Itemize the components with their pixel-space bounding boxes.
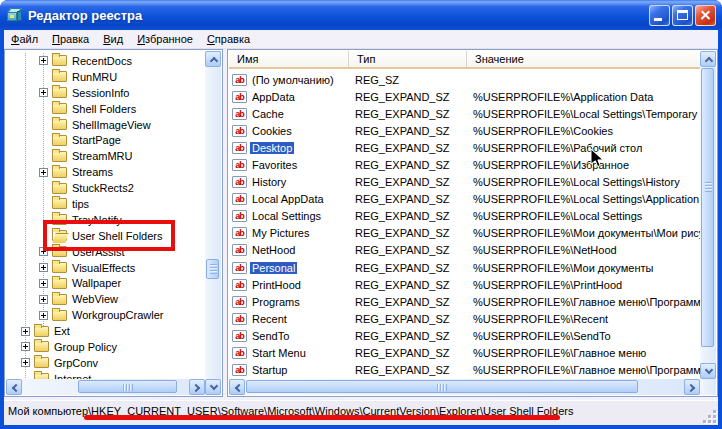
tree-item[interactable]: Ext	[6, 323, 205, 339]
value-name[interactable]: Startup	[250, 364, 289, 376]
table-row[interactable]: PrintHood REG_EXPAND_SZ %USERPROFILE%\Pr…	[229, 276, 700, 293]
expand-plus-icon[interactable]	[39, 311, 48, 320]
table-row[interactable]: Recent REG_EXPAND_SZ %USERPROFILE%\Recen…	[229, 310, 700, 327]
tree-item-label[interactable]: GrpConv	[54, 357, 98, 369]
list-vscroll-thumb[interactable]	[701, 68, 714, 347]
value-name[interactable]: NetHood	[250, 244, 297, 256]
scroll-right-button[interactable]	[189, 379, 205, 395]
list-horizontal-scrollbar[interactable]	[229, 379, 700, 395]
expand-plus-icon[interactable]	[21, 342, 30, 351]
tree-item[interactable]: VisualEffects	[6, 260, 205, 276]
table-row[interactable]: Start Menu REG_EXPAND_SZ %USERPROFILE%\Г…	[229, 345, 700, 362]
value-name[interactable]: SendTo	[250, 330, 291, 342]
tree-item[interactable]: RecentDocs	[6, 53, 205, 69]
tree-item[interactable]: Group Policy	[6, 339, 205, 355]
scroll-up-button[interactable]	[205, 51, 221, 67]
column-header-type[interactable]: Тип	[349, 51, 467, 67]
tree-item-label[interactable]: tips	[72, 198, 89, 210]
table-row[interactable]: Startup REG_EXPAND_SZ %USERPROFILE%\Глав…	[229, 362, 700, 379]
expand-plus-icon[interactable]	[39, 295, 48, 304]
tree-item[interactable]: tips	[6, 196, 205, 212]
title-bar[interactable]: Редактор реестра	[0, 0, 722, 30]
scroll-down-button[interactable]	[700, 363, 716, 379]
tree-item-label[interactable]: ShellImageView	[72, 119, 151, 131]
table-row[interactable]: Cookies REG_EXPAND_SZ %USERPROFILE%\Cook…	[229, 122, 700, 139]
value-name[interactable]: Programs	[250, 296, 302, 308]
value-name[interactable]: AppData	[250, 91, 297, 103]
tree-item-label[interactable]: WorkgroupCrawler	[72, 309, 164, 321]
tree-item[interactable]: Streams	[6, 164, 205, 180]
tree-item-label[interactable]: SessionInfo	[72, 87, 129, 99]
tree-item[interactable]: WebView	[6, 291, 205, 307]
table-row[interactable]: Cache REG_EXPAND_SZ %USERPROFILE%\Local …	[229, 105, 700, 122]
value-name[interactable]: My Pictures	[250, 227, 311, 239]
table-row[interactable]: Desktop REG_EXPAND_SZ %USERPROFILE%\Рабо…	[229, 139, 700, 156]
list-vertical-scrollbar[interactable]	[700, 51, 716, 379]
table-row[interactable]: My Pictures REG_EXPAND_SZ %USERPROFILE%\…	[229, 225, 700, 242]
expand-plus-icon[interactable]	[21, 358, 30, 367]
tree-item[interactable]: StreamMRU	[6, 148, 205, 164]
resize-grip[interactable]	[703, 410, 716, 423]
value-name[interactable]: Desktop	[250, 142, 294, 154]
tree-item-label[interactable]: Streams	[72, 166, 113, 178]
table-row[interactable]: Programs REG_EXPAND_SZ %USERPROFILE%\Гла…	[229, 293, 700, 310]
list-hscroll-thumb[interactable]	[246, 380, 638, 393]
tree-item-label[interactable]: StuckRects2	[72, 182, 134, 194]
value-name[interactable]: (По умолчанию)	[250, 74, 336, 86]
value-name[interactable]: Local Settings	[250, 210, 323, 222]
scroll-left-button[interactable]	[229, 379, 245, 395]
column-header-name[interactable]: Имя	[229, 51, 349, 67]
tree-item[interactable]: StuckRects2	[6, 180, 205, 196]
tree-item[interactable]: WorkgroupCrawler	[6, 307, 205, 323]
tree-item[interactable]: Internet	[6, 371, 205, 379]
scroll-up-button[interactable]	[700, 51, 716, 67]
table-row[interactable]: AppData REG_EXPAND_SZ %USERPROFILE%\Appl…	[229, 88, 700, 105]
expand-plus-icon[interactable]	[39, 88, 48, 97]
table-row[interactable]: Local AppData REG_EXPAND_SZ %USERPROFILE…	[229, 191, 700, 208]
tree-item-label[interactable]: RecentDocs	[72, 55, 132, 67]
menu-view[interactable]: Вид	[96, 33, 130, 45]
value-name[interactable]: Personal	[250, 262, 297, 274]
tree-item-label[interactable]: Group Policy	[54, 341, 117, 353]
value-name[interactable]: History	[250, 176, 288, 188]
value-name[interactable]: Start Menu	[250, 347, 308, 359]
menu-file[interactable]: Файл	[4, 33, 45, 45]
tree-item[interactable]: Wallpaper	[6, 275, 205, 291]
expand-plus-icon[interactable]	[21, 327, 30, 336]
value-name[interactable]: PrintHood	[250, 279, 303, 291]
expand-plus-icon[interactable]	[39, 56, 48, 65]
tree-item-label[interactable]: WebView	[72, 293, 118, 305]
tree-item[interactable]: ShellImageView	[6, 117, 205, 133]
scroll-down-button[interactable]	[205, 379, 221, 395]
table-row[interactable]: History REG_EXPAND_SZ %USERPROFILE%\Loca…	[229, 174, 700, 191]
tree-item[interactable]: SessionInfo	[6, 85, 205, 101]
value-name[interactable]: Cache	[250, 108, 286, 120]
tree-hscroll-thumb[interactable]	[78, 380, 177, 393]
tree-item-label[interactable]: VisualEffects	[72, 262, 135, 274]
tree-vertical-scrollbar[interactable]	[205, 51, 221, 395]
value-name[interactable]: Cookies	[250, 125, 294, 137]
expand-plus-icon[interactable]	[39, 263, 48, 272]
table-row[interactable]: SendTo REG_EXPAND_SZ %USERPROFILE%\SendT…	[229, 327, 700, 344]
minimize-button[interactable]	[649, 5, 670, 26]
tree-item-label[interactable]: Wallpaper	[72, 277, 121, 289]
tree-item[interactable]: RunMRU	[6, 69, 205, 85]
tree-item[interactable]: StartPage	[6, 132, 205, 148]
tree-item-label[interactable]: Shell Folders	[72, 103, 136, 115]
expand-plus-icon[interactable]	[39, 279, 48, 288]
menu-edit[interactable]: Правка	[45, 33, 96, 45]
table-row[interactable]: Local Settings REG_EXPAND_SZ %USERPROFIL…	[229, 208, 700, 225]
value-name[interactable]: Recent	[250, 313, 289, 325]
table-row[interactable]: (По умолчанию) REG_SZ	[229, 71, 700, 88]
expand-plus-icon[interactable]	[39, 168, 48, 177]
table-row[interactable]: Favorites REG_EXPAND_SZ %USERPROFILE%\Из…	[229, 156, 700, 173]
tree-item[interactable]: GrpConv	[6, 355, 205, 371]
tree-vscroll-thumb[interactable]	[206, 259, 219, 279]
scroll-right-button[interactable]	[684, 379, 700, 395]
tree-item-label[interactable]: StreamMRU	[72, 150, 133, 162]
tree-item[interactable]: Shell Folders	[6, 101, 205, 117]
close-button[interactable]	[695, 5, 716, 26]
tree-item-label[interactable]: Ext	[54, 325, 70, 337]
value-name[interactable]: Favorites	[250, 159, 299, 171]
table-row[interactable]: NetHood REG_EXPAND_SZ %USERPROFILE%\NetH…	[229, 242, 700, 259]
